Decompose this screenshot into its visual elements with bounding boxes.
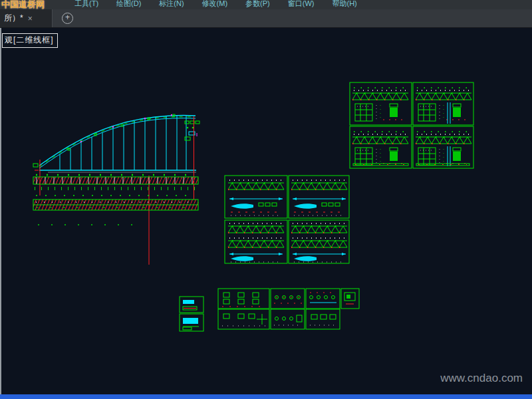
connection-detail-panels-bottom <box>218 289 359 329</box>
menu-item-dimension[interactable]: 标注(N) <box>159 0 184 9</box>
arch-node-markers <box>68 114 175 150</box>
watermark-bottom-right: www.cndao.com <box>440 372 523 385</box>
menu-item-window[interactable]: 窗口(W) <box>288 0 315 9</box>
viewport-controls[interactable]: 观[二维线框] <box>2 33 58 48</box>
legend-panels-bottom-left <box>180 297 203 331</box>
truss-detail-panels-middle <box>225 176 349 263</box>
cad-drawing <box>1 28 532 394</box>
detail-panels-top-right <box>350 82 473 168</box>
close-tab-icon[interactable]: × <box>28 14 33 23</box>
menu-item-modify[interactable]: 修改(M) <box>202 0 228 9</box>
menu-item-help[interactable]: 帮助(H) <box>332 0 357 9</box>
taskbar-edge-strip <box>0 394 532 399</box>
girder-plan-strips <box>33 175 198 225</box>
watermark-top-left: 中国道桥网 <box>1 0 45 11</box>
menu-bar: 工具(T) 绘图(D) 标注(N) 修改(M) 参数(P) 窗口(W) 帮助(H… <box>0 0 532 9</box>
drawing-canvas[interactable]: 观[二维线框] <box>0 28 532 394</box>
file-tab-label: 所）* <box>4 13 23 24</box>
file-tab[interactable]: 所）* × <box>0 9 53 27</box>
menu-item-draw[interactable]: 绘图(D) <box>116 0 141 9</box>
menu-item-parametric[interactable]: 参数(P) <box>245 0 270 9</box>
menu-item-tools[interactable]: 工具(T) <box>74 0 98 9</box>
arch-end-detail <box>185 121 200 140</box>
new-tab-button[interactable]: + <box>62 13 73 24</box>
file-tab-bar: 所）* × + <box>0 9 532 28</box>
